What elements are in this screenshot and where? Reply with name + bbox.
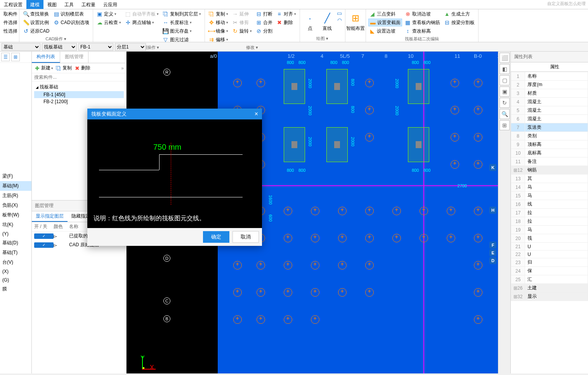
menu-modeling[interactable]: 建模: [26, 0, 43, 9]
cad-options[interactable]: ⚙CAD识别选项: [52, 19, 90, 26]
tab-drawing-mgmt[interactable]: 图纸管理: [60, 52, 88, 63]
cat-x[interactable]: (X): [0, 267, 31, 276]
cat-pit[interactable]: 坑(K): [0, 220, 31, 230]
pile[interactable]: [284, 207, 292, 215]
pile[interactable]: [233, 315, 242, 324]
type-select[interactable]: 筏板基础: [42, 43, 77, 51]
pile[interactable]: [338, 261, 347, 270]
split-by-beam[interactable]: ⊟按梁分割板: [443, 19, 476, 26]
pile[interactable]: [257, 261, 265, 270]
line-tool[interactable]: ╱直线: [319, 10, 335, 33]
pile[interactable]: [451, 106, 459, 114]
pile[interactable]: [474, 207, 482, 215]
layer-check-2[interactable]: ✓: [34, 242, 54, 248]
ok-button[interactable]: 确定: [203, 231, 229, 243]
delete-btn[interactable]: ✖删除: [275, 19, 297, 26]
cat-membrane[interactable]: 膜: [0, 284, 31, 294]
cat-g[interactable]: (G): [0, 276, 31, 284]
pile[interactable]: [474, 261, 482, 270]
delete-component[interactable]: ✖删除: [74, 65, 90, 71]
element-select[interactable]: 件选择: [2, 19, 19, 26]
smart-layout[interactable]: ⊞智能布置: [348, 10, 363, 33]
prop-row[interactable]: ⊞12钢筋: [511, 166, 588, 175]
tree-root[interactable]: 筏板基础: [34, 83, 124, 91]
prop-row[interactable]: 5混凝土: [511, 106, 588, 115]
prop-row[interactable]: 24保: [511, 267, 588, 275]
pile[interactable]: [311, 207, 319, 215]
three-point[interactable]: ◢三点变斜: [368, 10, 402, 18]
layout-tree-icon[interactable]: ⊞: [11, 53, 20, 61]
merge-btn[interactable]: ⊞合并: [255, 19, 274, 26]
dialog-titlebar[interactable]: 筏板变截面定义 ×: [87, 109, 262, 119]
view-side-icon[interactable]: ▢: [500, 75, 510, 85]
column-2[interactable]: [326, 69, 348, 104]
component-select[interactable]: FB-1: [78, 43, 113, 51]
prop-select[interactable]: 性选择: [2, 27, 19, 35]
rect-icon[interactable]: ▭: [336, 10, 343, 16]
pile[interactable]: [311, 288, 319, 297]
cat-neg-rebar[interactable]: 负筋(X): [0, 200, 31, 210]
two-point-axis[interactable]: ✛两点辅轴: [124, 19, 160, 26]
pile[interactable]: [451, 160, 459, 169]
pile[interactable]: [420, 234, 428, 242]
tree-fb2[interactable]: FB-2 [1200]: [34, 98, 124, 105]
prop-row[interactable]: 19马: [511, 226, 588, 234]
variable-section[interactable]: ▬设置变截面: [368, 19, 402, 26]
prop-row[interactable]: 22U: [511, 251, 588, 258]
find-replace[interactable]: 🔍查找替换: [22, 10, 50, 18]
pile[interactable]: [447, 234, 455, 242]
copy-component[interactable]: ⿻复制: [56, 65, 72, 71]
rg-modify[interactable]: 修改 ▾: [205, 44, 300, 51]
pile[interactable]: [474, 133, 482, 142]
menu-view[interactable]: 视图: [43, 0, 61, 9]
pile[interactable]: [365, 79, 374, 87]
layer-select[interactable]: 分层1: [115, 43, 146, 51]
menu-cloud[interactable]: 云应用: [99, 0, 121, 9]
view-rebar[interactable]: ▦查看板内钢筋: [404, 19, 441, 26]
pile[interactable]: [233, 261, 242, 270]
cat-cap[interactable]: 台(V): [0, 257, 31, 267]
menu-tools[interactable]: 工具: [61, 0, 78, 9]
set-edge-slope[interactable]: ◣设置边坡: [368, 27, 402, 35]
new-component[interactable]: ✚新建: [34, 65, 53, 71]
tree-fb1[interactable]: FB-1 [450]: [34, 91, 124, 98]
prop-row[interactable]: ⊞32显示: [511, 292, 588, 301]
cat-main-rebar[interactable]: 主筋(R): [0, 191, 31, 200]
prop-row[interactable]: 25汇: [511, 275, 588, 284]
pile[interactable]: [233, 79, 242, 87]
prop-row[interactable]: 16线: [511, 200, 588, 209]
pile[interactable]: [474, 315, 482, 324]
pile[interactable]: [392, 207, 401, 215]
panel-more[interactable]: »: [121, 66, 124, 71]
pile[interactable]: [365, 288, 374, 297]
pile[interactable]: [257, 288, 265, 297]
align-btn[interactable]: ≡对齐: [275, 10, 297, 18]
menu-quantity[interactable]: 工程量: [78, 0, 99, 9]
rg-draw[interactable]: 绘图 ▾: [300, 35, 345, 42]
define-btn[interactable]: ▣定义: [95, 10, 122, 18]
floor-select[interactable]: 基础: [2, 43, 40, 51]
rg-cad[interactable]: CAD操作 ▾: [19, 36, 93, 42]
prop-row[interactable]: 14马: [511, 183, 588, 192]
pile[interactable]: [474, 234, 482, 242]
pile[interactable]: [451, 79, 459, 87]
column-1[interactable]: [284, 69, 305, 104]
pile[interactable]: [474, 160, 482, 169]
pile[interactable]: [474, 288, 482, 297]
pile[interactable]: [365, 234, 374, 242]
search-input[interactable]: [32, 73, 126, 81]
pile[interactable]: [365, 261, 374, 270]
pile[interactable]: [365, 133, 374, 142]
identify-floor[interactable]: ▤识别楼层表: [52, 10, 90, 18]
prop-row[interactable]: 8类别: [511, 132, 588, 140]
break-btn[interactable]: ⊟打断: [255, 10, 274, 18]
view-3d-icon[interactable]: ⬜: [500, 53, 510, 63]
pick-component[interactable]: 取构件: [2, 10, 19, 18]
tab-component-list[interactable]: 构件列表: [32, 52, 60, 63]
cat-beam[interactable]: 梁(F): [0, 171, 31, 181]
set-scale[interactable]: 📏设置比例: [22, 19, 50, 26]
dialog-canvas[interactable]: 750 mm 说明：红色线为所绘制的筏板图元交线。: [87, 119, 262, 228]
pile[interactable]: [284, 261, 292, 270]
save-elem[interactable]: 💾图元存盘: [161, 27, 202, 35]
mirror-btn[interactable]: ⟷镜像: [207, 27, 229, 35]
